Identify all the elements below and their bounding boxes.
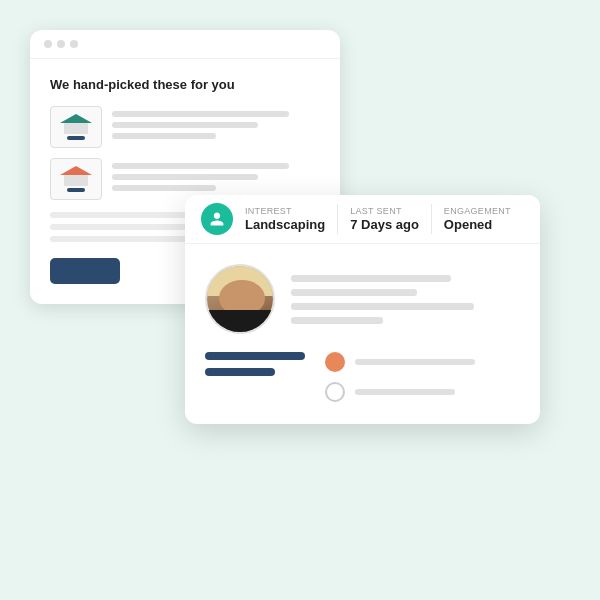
- house-icon-2: [60, 166, 92, 186]
- engagement-label: Engagement: [444, 206, 511, 216]
- avatar: [205, 264, 275, 334]
- email-thumb-2: [50, 158, 102, 200]
- contact-info-lines: [291, 264, 520, 334]
- contact-bottom-section: [205, 352, 520, 402]
- radio-row-2: [325, 382, 520, 402]
- radio-label-line: [355, 389, 455, 395]
- email-line: [112, 163, 289, 169]
- email-line: [112, 133, 216, 139]
- contact-card: Interest Landscaping Last sent 7 Days ag…: [185, 195, 540, 424]
- email-line: [112, 174, 258, 180]
- contact-header: Interest Landscaping Last sent 7 Days ag…: [185, 195, 540, 244]
- engagement-col: Engagement Opened: [444, 206, 511, 232]
- last-sent-value: 7 Days ago: [350, 217, 419, 232]
- engagement-value: Opened: [444, 217, 511, 232]
- email-item-1: [50, 106, 320, 148]
- person-icon: [209, 211, 225, 227]
- info-line: [291, 317, 383, 324]
- radio-label-line: [355, 359, 475, 365]
- thumb-btn-2: [67, 188, 85, 192]
- email-title: We hand-picked these for you: [50, 77, 320, 92]
- email-cta-button[interactable]: [50, 258, 120, 284]
- last-sent-label: Last sent: [350, 206, 419, 216]
- radio-row-1: [325, 352, 520, 372]
- email-lines-2: [112, 163, 320, 196]
- last-sent-col: Last sent 7 Days ago: [350, 206, 419, 232]
- thumb-btn-1: [67, 136, 85, 140]
- house-icon-1: [60, 114, 92, 134]
- dot-3: [70, 40, 78, 48]
- email-lines-1: [112, 111, 320, 144]
- email-line: [112, 122, 258, 128]
- email-line: [112, 185, 216, 191]
- header-sep-1: [337, 204, 338, 234]
- contact-body: [185, 244, 540, 424]
- email-thumb-1: [50, 106, 102, 148]
- avatar-clothes: [205, 310, 275, 334]
- contact-icon: [201, 203, 233, 235]
- dot-1: [44, 40, 52, 48]
- header-sep-2: [431, 204, 432, 234]
- contact-top-section: [205, 264, 520, 334]
- email-item-2: [50, 158, 320, 200]
- contact-options: [325, 352, 520, 402]
- radio-filled[interactable]: [325, 352, 345, 372]
- action-line-1: [205, 352, 305, 360]
- radio-empty[interactable]: [325, 382, 345, 402]
- dot-2: [57, 40, 65, 48]
- avatar-face: [207, 266, 275, 334]
- action-line-2: [205, 368, 275, 376]
- contact-action-lines: [205, 352, 305, 402]
- interest-col: Interest Landscaping: [245, 206, 325, 232]
- interest-value: Landscaping: [245, 217, 325, 232]
- titlebar: [30, 30, 340, 59]
- interest-label: Interest: [245, 206, 325, 216]
- info-line: [291, 303, 474, 310]
- info-line: [291, 275, 451, 282]
- info-line: [291, 289, 417, 296]
- email-line: [112, 111, 289, 117]
